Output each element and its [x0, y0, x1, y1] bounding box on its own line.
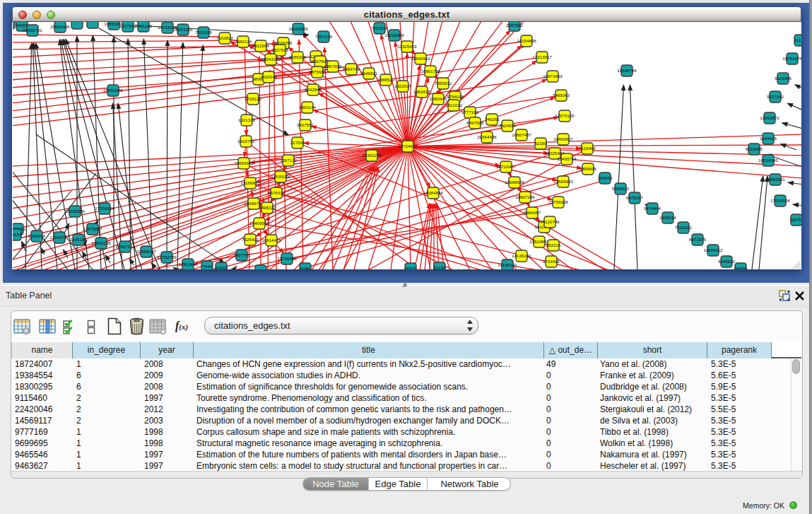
svg-text:10973493: 10973493	[543, 74, 563, 78]
svg-text:14120746: 14120746	[540, 219, 560, 224]
svg-text:7485063: 7485063	[553, 93, 570, 98]
svg-text:8912954: 8912954	[252, 43, 270, 48]
svg-text:1244415: 1244415	[760, 136, 777, 141]
svg-text:25053346: 25053346	[103, 88, 123, 93]
svg-text:9777169: 9777169	[461, 110, 479, 115]
svg-text:6497508: 6497508	[466, 120, 484, 125]
svg-text:10654112: 10654112	[703, 247, 723, 252]
svg-text:2718120: 2718120	[245, 96, 262, 101]
svg-text:15716485: 15716485	[277, 256, 297, 261]
svg-text:2867608: 2867608	[324, 64, 342, 69]
svg-text:12136: 12136	[433, 265, 446, 269]
svg-text:9457791: 9457791	[233, 252, 251, 257]
svg-text:22975867: 22975867	[83, 226, 102, 231]
svg-text:13505135: 13505135	[91, 240, 111, 245]
svg-text:9115460: 9115460	[579, 146, 596, 151]
svg-text:2087682: 2087682	[506, 23, 524, 28]
svg-text:1990443: 1990443	[430, 96, 447, 101]
svg-text:16782759: 16782759	[157, 255, 177, 259]
svg-text:18720407: 18720407	[496, 164, 516, 169]
svg-text:746266: 746266	[485, 117, 500, 122]
svg-text:11325419: 11325419	[397, 44, 417, 49]
svg-text:2156819: 2156819	[28, 233, 46, 238]
svg-text:14055721: 14055721	[23, 28, 42, 33]
svg-text:6466160: 6466160	[135, 23, 153, 28]
svg-text:9327509: 9327509	[271, 47, 289, 52]
svg-text:9474444: 9474444	[644, 206, 661, 211]
svg-text:14136141: 14136141	[498, 262, 517, 267]
svg-text:18463627: 18463627	[553, 136, 573, 141]
svg-text:1498222: 1498222	[259, 205, 276, 210]
svg-text:20364436: 20364436	[477, 134, 497, 139]
svg-text:1145194: 1145194	[70, 237, 87, 242]
svg-text:1588520: 1588520	[377, 77, 395, 82]
svg-text:10688609: 10688609	[505, 180, 524, 185]
svg-text:9327505: 9327505	[312, 59, 329, 64]
svg-text:18640910: 18640910	[411, 56, 430, 61]
svg-text:20206556: 20206556	[65, 209, 85, 214]
svg-text:39154: 39154	[13, 232, 22, 237]
svg-text:9129966: 9129966	[775, 76, 792, 81]
svg-text:17016504: 17016504	[770, 198, 790, 203]
svg-text:12093872: 12093872	[760, 115, 779, 120]
svg-text:1362615: 1362615	[413, 89, 431, 94]
svg-text:12975125: 12975125	[555, 113, 575, 118]
svg-text:62160: 62160	[534, 141, 547, 146]
svg-text:1610755: 1610755	[237, 139, 255, 144]
svg-text:7944: 7944	[202, 264, 212, 269]
svg-text:9484067: 9484067	[524, 210, 541, 215]
svg-text:12942757: 12942757	[49, 235, 69, 240]
svg-text:19218906: 19218906	[384, 33, 404, 37]
svg-text:5938923: 5938923	[612, 186, 630, 191]
svg-text:8471676: 8471676	[689, 237, 707, 242]
svg-text:2935114: 2935114	[659, 215, 676, 220]
svg-text:12213917: 12213917	[532, 54, 552, 59]
svg-text:17359924: 17359924	[95, 206, 114, 211]
svg-text:7625402: 7625402	[242, 237, 259, 242]
svg-text:8186328: 8186328	[289, 54, 307, 59]
svg-text:252214: 252214	[546, 243, 561, 247]
svg-text:164095: 164095	[598, 175, 613, 180]
svg-text:3427552: 3427552	[297, 122, 314, 127]
svg-text:10958107: 10958107	[136, 249, 156, 254]
svg-text:18724007: 18724007	[398, 144, 418, 148]
svg-text:2420046: 2420046	[260, 74, 278, 79]
svg-text:8975: 8975	[406, 266, 416, 269]
svg-text:16671355: 16671355	[173, 27, 193, 32]
svg-text:17957253: 17957253	[115, 244, 135, 249]
svg-text:5216: 5216	[256, 268, 266, 269]
svg-text:3875685: 3875685	[309, 69, 326, 74]
svg-text:1221339: 1221339	[238, 117, 256, 122]
svg-text:12923448: 12923448	[178, 262, 198, 267]
svg-text:3624554: 3624554	[499, 123, 517, 128]
svg-text:7357224: 7357224	[315, 34, 333, 39]
svg-text:18907249: 18907249	[515, 194, 535, 199]
svg-text:7955812: 7955812	[435, 81, 452, 86]
svg-text:7632621: 7632621	[675, 225, 693, 230]
svg-text:9899695: 9899695	[579, 166, 597, 171]
svg-text:9245612: 9245612	[718, 259, 736, 264]
svg-text:317006: 317006	[290, 140, 305, 145]
svg-text:13495794: 13495794	[557, 156, 577, 161]
svg-text:7163822: 7163822	[216, 35, 234, 40]
svg-text:9242845: 9242845	[305, 87, 322, 92]
svg-text:2803144: 2803144	[299, 105, 317, 110]
svg-text:16210643: 16210643	[758, 158, 778, 163]
svg-text:1421022: 1421022	[445, 103, 463, 107]
svg-text:11124: 11124	[794, 37, 801, 42]
svg-text:9227342: 9227342	[767, 94, 784, 99]
svg-text:10543: 10543	[215, 265, 228, 269]
svg-text:10607487: 10607487	[512, 132, 531, 137]
svg-text:15302275: 15302275	[362, 153, 382, 158]
svg-text:16648784: 16648784	[617, 68, 637, 73]
svg-text:1322037: 1322037	[394, 83, 412, 88]
svg-text:1527602: 1527602	[119, 23, 137, 28]
svg-text:9246: 9246	[300, 266, 310, 269]
svg-text:3660124: 3660124	[235, 39, 252, 44]
svg-text:16543362: 16543362	[261, 57, 281, 62]
svg-text:16961758: 16961758	[420, 69, 440, 74]
svg-text:8678312: 8678312	[268, 190, 286, 195]
svg-text:16154808: 16154808	[517, 38, 536, 43]
svg-text:13535054: 13535054	[271, 174, 290, 179]
svg-text:9794028: 9794028	[447, 94, 464, 99]
